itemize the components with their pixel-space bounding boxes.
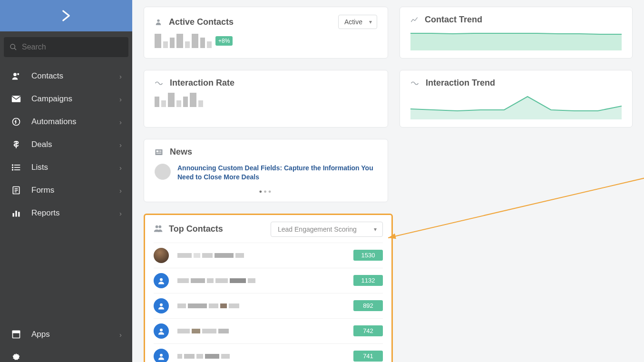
svg-point-11 bbox=[12, 169, 13, 170]
score-badge: 741 bbox=[353, 351, 383, 362]
svg-point-31 bbox=[160, 303, 163, 306]
chevron-right-icon: › bbox=[119, 118, 122, 126]
app-logo[interactable] bbox=[0, 0, 132, 31]
sidebar-item-label: Lists bbox=[31, 163, 48, 172]
svg-rect-18 bbox=[18, 212, 20, 217]
sidebar-item-lists[interactable]: Lists › bbox=[0, 156, 132, 179]
svg-point-3 bbox=[17, 73, 19, 75]
sidebar-item-automations[interactable]: Automations › bbox=[0, 110, 132, 133]
avatar bbox=[154, 349, 169, 362]
contact-trend-chart bbox=[410, 29, 622, 50]
contacts-icon bbox=[10, 71, 22, 81]
svg-point-33 bbox=[160, 354, 163, 357]
sidebar-item-campaigns[interactable]: Campaigns › bbox=[0, 88, 132, 110]
search-icon bbox=[10, 43, 17, 51]
sidebar-item-label: Campaigns bbox=[31, 94, 72, 104]
sidebar-item-forms[interactable]: Forms › bbox=[0, 179, 132, 202]
card-title: Interaction Rate bbox=[170, 78, 234, 88]
news-icon bbox=[155, 148, 163, 156]
redacted-name bbox=[177, 329, 229, 333]
svg-rect-20 bbox=[13, 331, 20, 333]
svg-rect-17 bbox=[15, 211, 17, 217]
sidebar: Contacts › Campaigns › Automations › Dea… bbox=[0, 0, 132, 362]
redacted-name bbox=[177, 253, 244, 258]
svg-rect-16 bbox=[13, 213, 14, 217]
svg-point-29 bbox=[158, 225, 161, 228]
people-icon bbox=[154, 224, 163, 235]
table-row[interactable]: 741 bbox=[154, 343, 383, 362]
table-row[interactable]: 1132 bbox=[154, 268, 383, 293]
avatar bbox=[154, 248, 169, 263]
gear-icon bbox=[10, 352, 22, 362]
rate-icon bbox=[155, 80, 163, 87]
chevron-right-icon: › bbox=[119, 72, 122, 80]
redacted-metric bbox=[155, 34, 212, 48]
avatar bbox=[154, 298, 169, 313]
news-card: News Announcing Custom Deal Fields: Capt… bbox=[144, 139, 388, 202]
svg-point-28 bbox=[156, 225, 158, 228]
person-icon bbox=[155, 18, 162, 26]
contact-trend-card: Contact Trend bbox=[400, 7, 633, 59]
top-contacts-filter-dropdown[interactable]: Lead Engagement Scoring bbox=[271, 222, 383, 237]
sidebar-item-label: Forms bbox=[31, 186, 54, 195]
svg-point-10 bbox=[12, 167, 13, 168]
chevron-right-icon: › bbox=[119, 331, 122, 339]
sidebar-item-label: Automations bbox=[31, 117, 77, 127]
news-avatar bbox=[155, 164, 171, 180]
score-badge: 1132 bbox=[353, 275, 383, 286]
svg-point-9 bbox=[12, 165, 13, 166]
forms-icon bbox=[10, 186, 22, 195]
chevron-right-icon: › bbox=[119, 209, 122, 217]
sidebar-item-apps[interactable]: Apps › bbox=[0, 323, 132, 346]
sidebar-item-label: Contacts bbox=[31, 71, 63, 81]
svg-point-30 bbox=[160, 278, 163, 281]
svg-point-32 bbox=[160, 329, 163, 332]
score-badge: 892 bbox=[353, 300, 383, 311]
svg-point-22 bbox=[157, 20, 159, 22]
svg-line-1 bbox=[14, 48, 16, 50]
sidebar-item-reports[interactable]: Reports › bbox=[0, 202, 132, 225]
apps-icon bbox=[10, 330, 22, 339]
search-input[interactable] bbox=[22, 43, 123, 51]
reports-icon bbox=[10, 208, 22, 218]
sidebar-item-deals[interactable]: Deals › bbox=[0, 133, 132, 156]
interaction-rate-card: Interaction Rate bbox=[144, 70, 388, 127]
avatar bbox=[154, 323, 169, 339]
redacted-name bbox=[177, 354, 230, 359]
redacted-name bbox=[177, 303, 239, 308]
score-badge: 1530 bbox=[353, 250, 383, 261]
delta-badge: +8% bbox=[215, 36, 233, 46]
card-title: News bbox=[170, 147, 192, 157]
carousel-dots[interactable]: ●●● bbox=[155, 186, 377, 194]
top-contacts-card: Top Contacts Lead Engagement Scoring 153… bbox=[144, 214, 393, 362]
interaction-trend-chart bbox=[410, 92, 622, 119]
chevron-right-icon: › bbox=[119, 95, 122, 103]
chevron-right-icon: › bbox=[119, 141, 122, 149]
rate-icon bbox=[410, 80, 419, 87]
sidebar-item-label: Deals bbox=[31, 140, 52, 149]
card-title: Contact Trend bbox=[425, 15, 482, 25]
chevron-right-icon: › bbox=[119, 164, 122, 172]
redacted-metric bbox=[155, 93, 377, 107]
active-contacts-filter-dropdown[interactable]: Active bbox=[338, 15, 377, 29]
sidebar-item-label: Apps bbox=[31, 330, 50, 339]
avatar bbox=[154, 273, 169, 288]
dashboard-main: Active Contacts Active +8% Contact Trend bbox=[132, 0, 644, 362]
table-row[interactable]: 742 bbox=[154, 318, 383, 343]
card-title: Top Contacts bbox=[169, 224, 223, 234]
chevron-right-icon: › bbox=[119, 186, 122, 195]
card-title: Interaction Trend bbox=[426, 78, 495, 88]
campaigns-icon bbox=[10, 95, 22, 103]
lists-icon bbox=[10, 163, 22, 172]
redacted-name bbox=[177, 278, 255, 283]
svg-rect-24 bbox=[156, 150, 159, 152]
svg-point-0 bbox=[10, 44, 15, 49]
svg-point-2 bbox=[13, 73, 17, 76]
search-box[interactable] bbox=[4, 37, 128, 57]
sidebar-item-contacts[interactable]: Contacts › bbox=[0, 65, 132, 88]
table-row[interactable]: 1530 bbox=[154, 243, 383, 268]
sidebar-item-settings[interactable] bbox=[0, 346, 132, 362]
news-headline-link[interactable]: Announcing Custom Deal Fields: Capture t… bbox=[177, 164, 377, 182]
sidebar-item-label: Reports bbox=[31, 208, 60, 218]
table-row[interactable]: 892 bbox=[154, 293, 383, 318]
